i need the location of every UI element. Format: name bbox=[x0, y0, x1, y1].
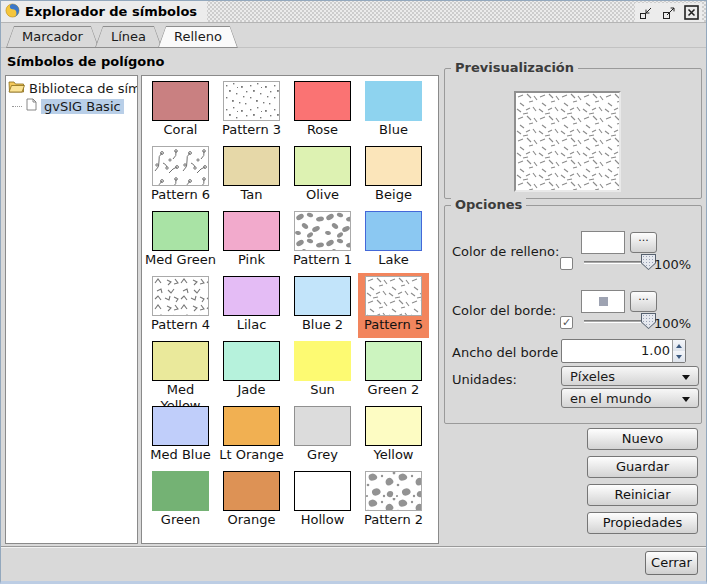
palette-item[interactable]: Sun bbox=[287, 338, 358, 403]
tree-root-node[interactable]: Biblioteca de sím bbox=[8, 79, 135, 97]
palette-item[interactable]: Coral bbox=[145, 78, 216, 143]
spinner-arrows bbox=[672, 340, 685, 362]
palette-item[interactable]: Pattern 3 bbox=[216, 78, 287, 143]
spinner-up-icon[interactable] bbox=[673, 340, 685, 351]
color-swatch bbox=[365, 211, 422, 251]
fill-color-well[interactable] bbox=[581, 231, 625, 254]
fill-opacity-slider[interactable] bbox=[584, 253, 656, 271]
palette-item-label: Coral bbox=[145, 122, 216, 138]
fill-opacity-value: 100% bbox=[654, 257, 691, 272]
palette-item[interactable]: Med Green bbox=[145, 208, 216, 273]
properties-button[interactable]: Propiedades bbox=[587, 512, 698, 534]
palette-item-label: Pattern 6 bbox=[145, 187, 216, 203]
color-swatch bbox=[365, 81, 422, 121]
units-dropdown[interactable]: Píxeles bbox=[561, 366, 699, 386]
palette-item-label: Green 2 bbox=[358, 382, 429, 398]
color-swatch bbox=[294, 276, 351, 316]
tab-label: Relleno bbox=[158, 26, 238, 44]
tab-label: Línea bbox=[95, 26, 162, 44]
color-swatch bbox=[294, 406, 351, 446]
new-button[interactable]: Nuevo bbox=[587, 428, 698, 450]
border-opacity-slider[interactable] bbox=[584, 312, 656, 330]
palette-item[interactable]: Orange bbox=[216, 468, 287, 533]
palette-item[interactable]: Beige bbox=[358, 143, 429, 208]
palette-item[interactable]: Pink bbox=[216, 208, 287, 273]
border-opacity-value: 100% bbox=[654, 316, 691, 331]
palette-item[interactable]: Pattern 1 bbox=[287, 208, 358, 273]
border-color-checkbox[interactable]: ✓ bbox=[560, 316, 573, 329]
palette-item-label: Rose bbox=[287, 122, 358, 138]
palette-item[interactable]: Pattern 5 bbox=[358, 273, 429, 338]
palette-item[interactable]: Med Yellow bbox=[145, 338, 216, 403]
palette-item[interactable]: Tan bbox=[216, 143, 287, 208]
fill-color-more-button[interactable]: ... bbox=[630, 232, 657, 253]
color-swatch bbox=[152, 81, 209, 121]
palette-item[interactable]: Pattern 4 bbox=[145, 273, 216, 338]
tab-linea[interactable]: Línea bbox=[95, 26, 162, 48]
palette-item[interactable]: Yellow bbox=[358, 403, 429, 468]
pattern-swatch bbox=[152, 146, 209, 186]
palette-item[interactable]: Pattern 2 bbox=[358, 468, 429, 533]
fill-color-label: Color de relleno: bbox=[452, 244, 559, 259]
pattern-swatch bbox=[223, 81, 280, 121]
reset-button[interactable]: Reiniciar bbox=[587, 484, 698, 506]
maximize-icon[interactable] bbox=[660, 4, 677, 21]
restore-icon[interactable] bbox=[637, 4, 654, 21]
close-button[interactable]: Cerrar bbox=[645, 551, 698, 575]
palette-item[interactable]: Olive bbox=[287, 143, 358, 208]
palette-item[interactable]: Pattern 6 bbox=[145, 143, 216, 208]
border-color-more-button[interactable]: ... bbox=[630, 291, 657, 312]
palette-item-label: Yellow bbox=[358, 447, 429, 463]
palette-item[interactable]: Rose bbox=[287, 78, 358, 143]
save-button[interactable]: Guardar bbox=[587, 456, 698, 478]
palette-grid: CoralPattern 3RoseBluePattern 6TanOliveB… bbox=[141, 75, 439, 544]
spinner-down-icon[interactable] bbox=[673, 351, 685, 362]
preview-group-title: Previsualización bbox=[451, 60, 578, 75]
palette-item[interactable]: Lake bbox=[358, 208, 429, 273]
section-title: Símbolos de polígono bbox=[7, 54, 164, 69]
color-swatch bbox=[223, 276, 280, 316]
border-width-spinner[interactable]: 1.00 bbox=[561, 339, 686, 363]
color-swatch bbox=[294, 341, 351, 381]
palette-item[interactable]: Green bbox=[145, 468, 216, 533]
tab-relleno[interactable]: Relleno bbox=[158, 26, 238, 48]
palette-item[interactable]: Lt Orange bbox=[216, 403, 287, 468]
palette-item-label: Grey bbox=[287, 447, 358, 463]
tab-bar: Marcador Línea Relleno bbox=[6, 26, 234, 48]
color-swatch bbox=[223, 471, 280, 511]
tree-child-node[interactable]: gvSIG Basic bbox=[8, 97, 135, 115]
tree-connector bbox=[12, 106, 22, 107]
gvsig-logo-icon bbox=[5, 3, 20, 21]
palette-item-label: Pattern 4 bbox=[145, 317, 216, 333]
units-value: Píxeles bbox=[570, 369, 615, 384]
palette-item-label: Sun bbox=[287, 382, 358, 398]
fill-color-checkbox[interactable] bbox=[560, 257, 573, 270]
tab-label: Marcador bbox=[6, 26, 99, 44]
palette-item-label: Blue 2 bbox=[287, 317, 358, 333]
preview-group: Previsualización bbox=[444, 68, 702, 199]
palette-item[interactable]: Med Blue bbox=[145, 403, 216, 468]
palette-item-label: Blue bbox=[358, 122, 429, 138]
title-bar[interactable]: Explorador de símbolos bbox=[1, 1, 706, 23]
palette-item[interactable]: Hollow bbox=[287, 468, 358, 533]
units-mode-dropdown[interactable]: en el mundo bbox=[561, 388, 699, 408]
options-group-title: Opciones bbox=[451, 197, 526, 212]
border-color-label: Color del borde: bbox=[452, 303, 556, 318]
palette-item-label: Pattern 3 bbox=[216, 122, 287, 138]
palette-item[interactable]: Blue bbox=[358, 78, 429, 143]
palette-item-label: Orange bbox=[216, 512, 287, 528]
palette-item[interactable]: Grey bbox=[287, 403, 358, 468]
color-swatch bbox=[223, 341, 280, 381]
palette-item[interactable]: Blue 2 bbox=[287, 273, 358, 338]
palette-item[interactable]: Jade bbox=[216, 338, 287, 403]
palette-item[interactable]: Lilac bbox=[216, 273, 287, 338]
palette-item-label: Pink bbox=[216, 252, 287, 268]
palette-item-label: Pattern 2 bbox=[358, 512, 429, 528]
border-color-well[interactable] bbox=[581, 290, 625, 313]
tab-marcador[interactable]: Marcador bbox=[6, 26, 99, 48]
palette-item-label: Olive bbox=[287, 187, 358, 203]
close-icon[interactable] bbox=[683, 4, 700, 21]
palette-item-label: Lilac bbox=[216, 317, 287, 333]
palette-item[interactable]: Green 2 bbox=[358, 338, 429, 403]
symbol-library-tree[interactable]: Biblioteca de sím gvSIG Basic bbox=[5, 75, 138, 544]
